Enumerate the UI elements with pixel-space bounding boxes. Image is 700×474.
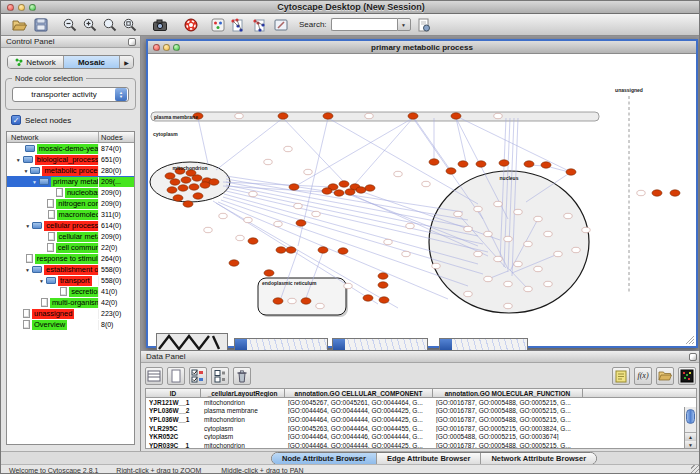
network-node[interactable] bbox=[288, 298, 296, 303]
table-row[interactable]: YDR039C__1mitochondrion[GO:0044464, GO:0… bbox=[146, 441, 696, 448]
table-cell[interactable]: YPL036W__1 bbox=[146, 416, 201, 423]
network-node[interactable] bbox=[514, 209, 522, 214]
network-node-selected[interactable] bbox=[286, 247, 296, 253]
table-row[interactable]: YJR121W__1mitochondrion[GO:0045267, GO:0… bbox=[146, 398, 696, 407]
table-scrollbar[interactable]: ▲▼ bbox=[684, 407, 696, 448]
tree-expander-icon[interactable]: ▼ bbox=[37, 278, 46, 284]
table-cell[interactable]: cytoplasm bbox=[201, 425, 285, 432]
tree-item-cell-communicat[interactable]: cell communicat22(0) bbox=[7, 242, 134, 253]
table-row[interactable]: YPL036W__1mitochondrion[GO:0044464, GO:0… bbox=[146, 415, 696, 424]
network-node[interactable] bbox=[504, 236, 512, 241]
zoom-selected-icon[interactable] bbox=[101, 16, 118, 33]
tree-item-nucleobase-[interactable]: nucleobase-209(0) bbox=[7, 187, 134, 198]
table-cell[interactable]: YPL036W__2 bbox=[146, 407, 201, 414]
tree-item-establishment-of-lo[interactable]: ▼establishment of lo558(0) bbox=[7, 264, 134, 275]
select-attributes-icon[interactable] bbox=[145, 367, 163, 385]
network-node[interactable] bbox=[554, 251, 562, 256]
network-node[interactable] bbox=[344, 283, 352, 288]
network-window-minimize-button[interactable] bbox=[163, 44, 170, 51]
network-node-selected[interactable] bbox=[273, 298, 283, 304]
tree-item-overview[interactable]: Overview8(0) bbox=[7, 319, 134, 330]
table-row[interactable]: YLR295Ccytoplasm[GO:0045263, GO:0044464,… bbox=[146, 424, 696, 433]
network-node-selected[interactable] bbox=[458, 161, 468, 167]
tree-item-multi-organism-pro[interactable]: multi-organism pro42(0) bbox=[7, 297, 134, 308]
network-node-selected[interactable] bbox=[173, 195, 183, 201]
scroll-up-icon[interactable]: ▲ bbox=[685, 433, 696, 441]
network-node-selected[interactable] bbox=[200, 182, 210, 188]
function-builder-icon[interactable]: f(x) bbox=[634, 367, 652, 385]
tree-item-mosaic-demo-yeast[interactable]: mosaic-demo-yeast874(0) bbox=[7, 143, 134, 154]
select-nodes-checkbox[interactable]: ✓ bbox=[11, 115, 21, 125]
network-node-selected[interactable] bbox=[670, 190, 680, 196]
network-node-selected[interactable] bbox=[339, 181, 349, 187]
snapshot-icon[interactable] bbox=[151, 16, 168, 33]
network-node-selected[interactable] bbox=[408, 113, 418, 119]
network-node[interactable] bbox=[582, 227, 590, 232]
tree-expander-icon[interactable]: ▼ bbox=[23, 223, 32, 229]
tree-item-unassigned[interactable]: unassigned223(0) bbox=[7, 308, 134, 319]
tree-item-secretion[interactable]: secretion41(0) bbox=[7, 286, 134, 297]
network-node[interactable] bbox=[484, 231, 492, 236]
tree-item-metabolic-process[interactable]: ▼metabolic process280(0) bbox=[7, 165, 134, 176]
tree-item-cellular-metabo[interactable]: cellular metabo209(0) bbox=[7, 231, 134, 242]
network-node-selected[interactable] bbox=[524, 161, 534, 167]
table-cell[interactable]: [GO:0016787, GO:0005488, GO:0005215, G..… bbox=[433, 442, 583, 448]
network-node[interactable] bbox=[504, 281, 512, 286]
minimized-window-thumbnail[interactable] bbox=[156, 333, 228, 351]
tree-expander-icon[interactable]: ▼ bbox=[21, 168, 30, 174]
network-node-selected[interactable] bbox=[165, 173, 175, 179]
network-node-selected[interactable] bbox=[322, 188, 332, 194]
network-node[interactable] bbox=[294, 203, 302, 208]
network-node[interactable] bbox=[484, 276, 492, 281]
network-node[interactable] bbox=[235, 113, 243, 118]
column-header[interactable]: ID bbox=[146, 389, 201, 398]
network-node[interactable] bbox=[544, 231, 552, 236]
network-node-selected[interactable] bbox=[652, 190, 662, 196]
column-header[interactable]: annotation.GO MOLECULAR_FUNCTION bbox=[433, 389, 583, 398]
save-icon[interactable] bbox=[32, 16, 49, 33]
network-node[interactable] bbox=[204, 227, 212, 232]
notes-icon[interactable] bbox=[612, 367, 630, 385]
table-cell[interactable]: [GO:0045267, GO:0045261, GO:0044464, G..… bbox=[285, 399, 433, 406]
network-node-selected[interactable] bbox=[229, 260, 239, 266]
network-window-zoom-button[interactable] bbox=[173, 44, 180, 51]
network-edge[interactable] bbox=[198, 118, 208, 164]
network-node[interactable] bbox=[365, 113, 373, 118]
minimized-window-strip[interactable] bbox=[439, 338, 528, 351]
network-node-selected[interactable] bbox=[193, 193, 203, 199]
network-window-close-button[interactable] bbox=[153, 44, 160, 51]
table-cell[interactable]: [GO:0044464, GO:0044444, GO:0044425, G..… bbox=[285, 416, 433, 423]
network-node[interactable] bbox=[422, 181, 430, 186]
vizmapper-icon[interactable] bbox=[209, 16, 226, 33]
table-cell[interactable]: [GO:0045263, GO:0044464, GO:0044455, G..… bbox=[285, 425, 433, 432]
network-node-selected[interactable] bbox=[476, 161, 486, 167]
new-attribute-icon[interactable] bbox=[167, 367, 185, 385]
search-input[interactable] bbox=[331, 18, 397, 31]
column-header[interactable]: _cellularLayoutRegion bbox=[201, 389, 285, 398]
network-node-selected[interactable] bbox=[192, 175, 202, 181]
network-node-selected[interactable] bbox=[446, 168, 456, 174]
search-settings-icon[interactable] bbox=[416, 16, 433, 33]
minimize-button[interactable] bbox=[18, 4, 25, 11]
network-node-selected[interactable] bbox=[566, 169, 576, 175]
network-node-selected[interactable] bbox=[276, 247, 286, 253]
tab-node-attribute-browser[interactable]: Node Attribute Browser bbox=[272, 453, 377, 464]
network-node[interactable] bbox=[284, 146, 292, 151]
network-node-selected[interactable] bbox=[209, 179, 219, 185]
delete-attribute-icon[interactable] bbox=[233, 367, 251, 385]
scrollbar-thumb[interactable] bbox=[686, 409, 695, 424]
matrix-view-icon[interactable] bbox=[678, 367, 696, 385]
tree-item-response-to-stimul[interactable]: response to stimul264(0) bbox=[7, 253, 134, 264]
network-node-selected[interactable] bbox=[170, 179, 180, 185]
table-cell[interactable]: mitochondrion bbox=[201, 442, 285, 448]
attribute-list-icon[interactable] bbox=[211, 367, 229, 385]
tree-item-cellular-process[interactable]: ▼cellular process614(0) bbox=[7, 220, 134, 231]
table-cell[interactable]: [GO:0005488, GO:0005215, GO:0003674] bbox=[433, 433, 583, 440]
network-node[interactable] bbox=[504, 303, 512, 308]
network-node[interactable] bbox=[274, 221, 282, 226]
network-node-selected[interactable] bbox=[183, 201, 193, 207]
network-node-selected[interactable] bbox=[189, 184, 199, 190]
network-node[interactable] bbox=[219, 213, 227, 218]
tree-expander-icon[interactable]: ▼ bbox=[23, 267, 32, 273]
network-node[interactable] bbox=[524, 286, 532, 291]
